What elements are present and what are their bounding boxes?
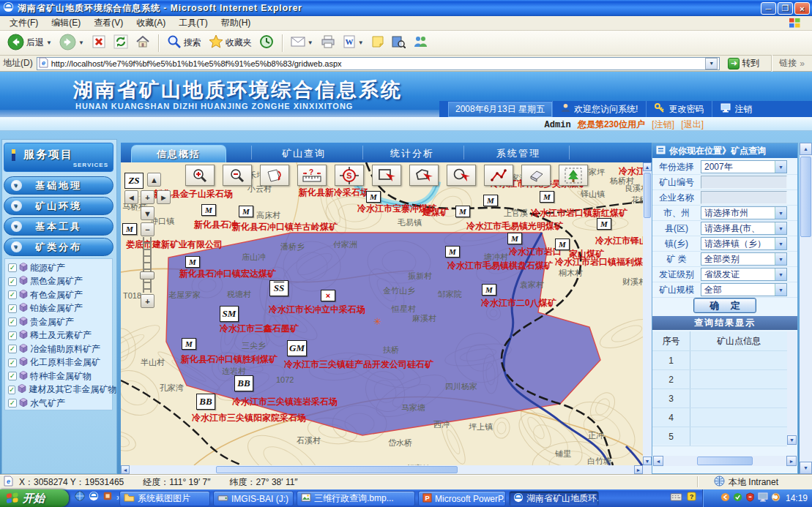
address-input[interactable]: e http://localhost/%e7%9f%bf%e5%b1%b1%e5… bbox=[37, 57, 720, 70]
app-icon[interactable] bbox=[103, 491, 113, 503]
confirm-button[interactable]: 确 定 bbox=[693, 298, 756, 313]
map-marker[interactable]: M bbox=[185, 256, 200, 268]
security-icon[interactable] bbox=[745, 492, 755, 504]
map-marker[interactable]: SM bbox=[220, 306, 239, 322]
map-center-button[interactable]: + bbox=[141, 190, 154, 204]
field-select[interactable]: 全部类别▼ bbox=[701, 252, 787, 266]
table-row[interactable]: 1 bbox=[652, 351, 787, 370]
map-marker[interactable]: M bbox=[455, 206, 470, 217]
table-row[interactable]: 2 bbox=[652, 370, 787, 389]
table-row[interactable]: 4 bbox=[652, 408, 787, 427]
maximize-button[interactable]: ❐ bbox=[778, 2, 793, 15]
start-button[interactable]: 开始 bbox=[0, 489, 69, 507]
minimize-button[interactable]: ─ bbox=[761, 2, 776, 15]
pan-button[interactable] bbox=[260, 165, 289, 186]
tab-2[interactable]: 矿山查询 bbox=[264, 147, 344, 160]
rotate-icon[interactable] bbox=[720, 492, 730, 504]
history-button[interactable] bbox=[256, 33, 277, 53]
exit-link[interactable]: [退出] bbox=[681, 119, 704, 129]
page-vertical-scrollbar[interactable]: ▲ ▼ bbox=[800, 143, 812, 474]
stop-button[interactable] bbox=[89, 33, 109, 53]
checkbox-checked[interactable]: ✓ bbox=[8, 345, 17, 353]
checkbox-checked[interactable]: ✓ bbox=[8, 331, 17, 340]
layer-item[interactable]: ✓铂族金属矿产 bbox=[8, 302, 112, 316]
taskbar-task[interactable]: 系统截图图片 bbox=[119, 491, 210, 506]
map-marker[interactable]: M bbox=[445, 246, 460, 258]
map-left-button[interactable]: ◄ bbox=[124, 190, 138, 204]
close-button[interactable]: × bbox=[794, 2, 810, 15]
checkbox-checked[interactable]: ✓ bbox=[8, 372, 17, 380]
logout-link[interactable]: [注销] bbox=[652, 119, 674, 129]
chevron-down-icon[interactable]: ▼ bbox=[46, 40, 52, 46]
scroll-left-icon[interactable]: ◄ bbox=[653, 456, 663, 466]
measure-button[interactable]: ? bbox=[297, 165, 327, 186]
scroll-up-icon[interactable]: ▲ bbox=[643, 162, 652, 171]
map-canvas[interactable]: 大禾坪小云村苏家湾塘家坪杨桥村良溪村铎山镇花桥上官溪马桥村冲口镇高床村潘桥乡付家… bbox=[121, 162, 643, 465]
zoom-slider-handle[interactable] bbox=[140, 271, 154, 279]
zoom-out-button[interactable] bbox=[223, 165, 252, 186]
legend-tree-button[interactable] bbox=[559, 165, 588, 186]
favorites-button[interactable]: 收藏夹 bbox=[206, 33, 255, 53]
sidebar-section-4[interactable]: 矿类分布▼ bbox=[4, 238, 113, 256]
checkbox-checked[interactable]: ✓ bbox=[8, 358, 17, 367]
map-marker[interactable]: M bbox=[239, 206, 253, 217]
layer-item[interactable]: ✓冶金辅助原料矿产 bbox=[8, 342, 112, 356]
scroll-right-icon[interactable]: ► bbox=[634, 465, 643, 474]
chevron-down-icon[interactable]: ▼ bbox=[308, 40, 313, 46]
go-button[interactable]: ➜ 转到 bbox=[723, 56, 764, 70]
scroll-down-icon[interactable]: ▼ bbox=[800, 462, 812, 474]
taskbar-task[interactable]: 湖南省矿山地质环... bbox=[509, 491, 599, 506]
measure-line-button[interactable] bbox=[484, 165, 513, 186]
chevron-down-icon[interactable]: ▼ bbox=[78, 40, 84, 46]
chevron-down-icon[interactable]: ▼ bbox=[775, 238, 786, 249]
sidebar-section-1[interactable]: 基础地理▼ bbox=[4, 176, 113, 195]
search-button[interactable]: 搜索 bbox=[164, 33, 204, 53]
links-button[interactable]: 链接 » bbox=[779, 57, 809, 70]
layer-item[interactable]: ✓有色金属矿产 bbox=[8, 288, 112, 302]
scroll-left-icon[interactable]: ◄ bbox=[121, 465, 130, 474]
full-extent-button[interactable]: S bbox=[335, 165, 364, 186]
table-row[interactable]: 3 bbox=[652, 389, 787, 408]
map-right-button[interactable]: ► bbox=[157, 190, 171, 204]
chevron-down-icon[interactable]: ▼ bbox=[775, 284, 786, 296]
map-marker[interactable]: BB bbox=[234, 375, 253, 391]
checkbox-checked[interactable]: ✓ bbox=[8, 399, 17, 408]
map-marker[interactable]: M bbox=[201, 204, 216, 216]
menu-item-4[interactable]: 收藏(A) bbox=[130, 15, 172, 31]
map-vscroll-thumb[interactable] bbox=[644, 173, 651, 218]
checkbox-checked[interactable]: ✓ bbox=[8, 277, 17, 286]
update-icon[interactable] bbox=[771, 492, 781, 504]
map-marker[interactable]: M bbox=[122, 223, 137, 235]
taskbar-task[interactable]: 三维行政查询.bmp... bbox=[297, 491, 415, 506]
field-input[interactable] bbox=[701, 191, 787, 204]
layer-item[interactable]: ✓水气矿产 bbox=[8, 397, 112, 410]
map-zoomout-button[interactable]: − bbox=[141, 222, 154, 236]
research-button[interactable] bbox=[389, 34, 409, 52]
layer-item[interactable]: ✓贵金属矿产 bbox=[8, 315, 112, 329]
zoom-slider-track[interactable] bbox=[143, 237, 152, 293]
map-marker[interactable]: M bbox=[507, 233, 522, 244]
checkbox-checked[interactable]: ✓ bbox=[8, 263, 17, 272]
home-button[interactable] bbox=[133, 33, 153, 53]
layer-item[interactable]: ✓能源矿产 bbox=[8, 261, 112, 275]
scroll-right-icon[interactable]: ► bbox=[786, 456, 797, 466]
checkbox-checked[interactable]: ✓ bbox=[8, 290, 17, 299]
field-select[interactable]: 2007年▼ bbox=[701, 160, 787, 173]
checkbox-checked[interactable]: ✓ bbox=[8, 318, 17, 326]
page-vscroll-thumb[interactable] bbox=[800, 157, 811, 237]
table-vscrollbar[interactable]: ▼ bbox=[787, 331, 797, 445]
layer-item[interactable]: ✓建材及其它非金属矿物 bbox=[8, 383, 112, 397]
chevron-down-icon[interactable]: ▼ bbox=[775, 268, 786, 280]
select-polygon-button[interactable] bbox=[409, 165, 439, 186]
map-marker[interactable]: BB bbox=[196, 394, 215, 410]
map-marker[interactable]: M bbox=[366, 191, 381, 203]
scroll-down-icon[interactable]: ▼ bbox=[643, 457, 652, 465]
field-select[interactable]: 请选择市州▼ bbox=[701, 206, 787, 219]
taskbar-task[interactable]: IMGIS-BAI (J:) bbox=[213, 491, 294, 506]
map-hscroll-thumb[interactable] bbox=[216, 466, 458, 473]
tab-1[interactable]: 信息概括 bbox=[131, 145, 226, 162]
change-password-button[interactable]: 更改密码 bbox=[646, 101, 712, 117]
select-circle-button[interactable] bbox=[447, 165, 476, 186]
menu-item-2[interactable]: 编辑(E) bbox=[45, 15, 87, 31]
zoom-in-button[interactable] bbox=[185, 165, 215, 186]
